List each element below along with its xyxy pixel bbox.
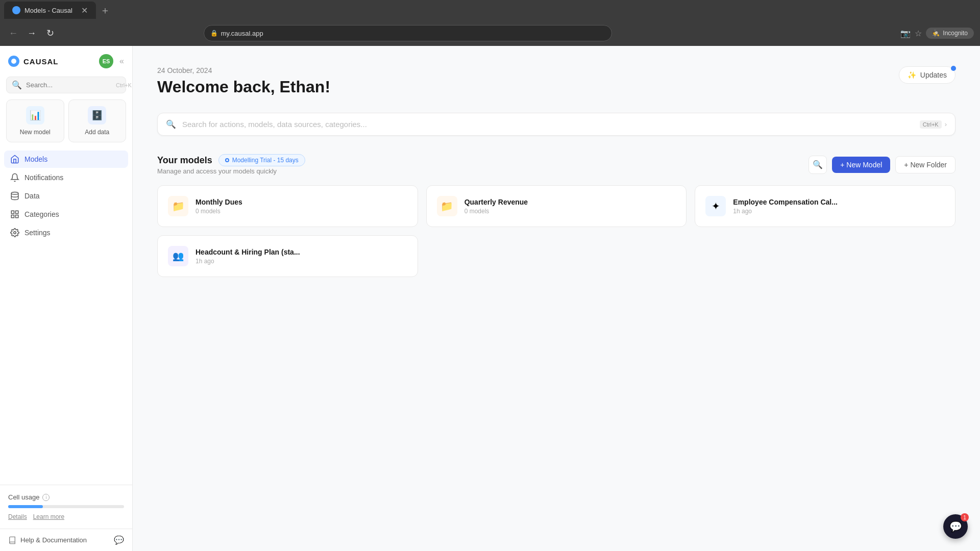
browser-nav: ← → ↻ 🔒 my.causal.app 📷 ☆ 🕵️ Incognito xyxy=(0,20,980,46)
chat-icon[interactable]: 💬 xyxy=(114,535,124,545)
tab-favicon xyxy=(12,6,20,14)
new-model-button[interactable]: + New Model xyxy=(832,157,890,173)
reload-button[interactable]: ↻ xyxy=(43,26,57,40)
new-folder-button[interactable]: + New Folder xyxy=(895,156,955,173)
sidebar-item-notifications[interactable]: Notifications xyxy=(4,169,128,186)
model-card-headcount[interactable]: 👥 Headcount & Hiring Plan (sta... 1h ago xyxy=(157,235,418,277)
monthly-dues-title: Monthly Dues xyxy=(195,198,407,206)
section-actions: 🔍 + New Model + New Folder xyxy=(808,156,955,174)
welcome-section: 24 October, 2024 Welcome back, Ethan! xyxy=(157,66,330,96)
cell-usage-label: Cell usage xyxy=(8,493,39,501)
model-card-quarterly-revenue[interactable]: 📁 Quarterly Revenue 0 models xyxy=(426,185,687,227)
sidebar-item-settings[interactable]: Settings xyxy=(4,224,128,241)
quarterly-revenue-title: Quarterly Revenue xyxy=(464,198,676,206)
chat-widget-icon: 💬 xyxy=(949,520,962,533)
browser-tabs: Models - Causal ✕ ＋ xyxy=(0,0,980,20)
tab-title: Models - Causal xyxy=(24,7,72,14)
help-label: Help & Documentation xyxy=(20,536,87,544)
address-bar[interactable]: 🔒 my.causal.app xyxy=(204,25,612,41)
quarterly-revenue-subtitle: 0 models xyxy=(464,208,676,215)
help-documentation-link[interactable]: Help & Documentation xyxy=(8,536,87,544)
employee-comp-subtitle: 1h ago xyxy=(733,208,945,215)
sidebar-header: CAUSAL ES « xyxy=(0,46,132,77)
star-icon: ✦ xyxy=(712,200,720,212)
headcount-info: Headcount & Hiring Plan (sta... 1h ago xyxy=(195,248,407,265)
search-hint: Ctrl+K › xyxy=(920,120,947,129)
main-search-input[interactable] xyxy=(182,120,914,129)
quarterly-revenue-info: Quarterly Revenue 0 models xyxy=(464,198,676,215)
section-subtitle: Manage and access your models quickly xyxy=(157,167,305,175)
quick-actions: 📊 New model 🗄️ Add data xyxy=(0,99,132,151)
active-tab[interactable]: Models - Causal ✕ xyxy=(4,2,96,19)
welcome-title: Welcome back, Ethan! xyxy=(157,78,330,96)
sidebar-nav: Models Notifications Data Categories Set… xyxy=(0,151,132,485)
bookmark-icon[interactable]: ☆ xyxy=(915,29,922,38)
sidebar-item-categories[interactable]: Categories xyxy=(4,206,128,223)
avatar[interactable]: ES xyxy=(99,54,113,68)
search-shortcut: Ctrl+K xyxy=(116,82,132,88)
brand-logo xyxy=(8,56,19,67)
employee-comp-title: Employee Compensation Cal... xyxy=(733,198,945,206)
search-bar[interactable]: 🔍 Ctrl+K xyxy=(6,77,126,93)
section-header: Your models Modelling Trial - 15 days Ma… xyxy=(157,154,955,175)
models-nav-label: Models xyxy=(24,155,47,163)
monthly-dues-icon: 📁 xyxy=(168,196,188,216)
search-kbd: Ctrl+K xyxy=(920,120,942,129)
chat-notification-badge: 1 xyxy=(961,513,969,521)
new-model-quick-action[interactable]: 📊 New model xyxy=(6,99,64,142)
updates-button[interactable]: ✨ Updates xyxy=(899,66,955,84)
search-input[interactable] xyxy=(26,81,112,89)
updates-label: Updates xyxy=(920,71,947,79)
model-card-employee-compensation[interactable]: ✦ Employee Compensation Cal... 1h ago xyxy=(695,185,955,227)
usage-bar xyxy=(8,505,124,508)
models-search-button[interactable]: 🔍 xyxy=(808,156,827,174)
quarterly-revenue-icon: 📁 xyxy=(437,196,457,216)
chat-widget[interactable]: 💬 1 xyxy=(943,514,968,539)
book-icon xyxy=(8,536,16,544)
new-model-label: New model xyxy=(20,129,51,136)
svg-rect-4 xyxy=(11,215,14,218)
incognito-icon: 🕵️ xyxy=(932,30,940,37)
sidebar-item-models[interactable]: Models xyxy=(4,151,128,168)
main-header: 24 October, 2024 Welcome back, Ethan! ✨ … xyxy=(157,66,955,96)
lock-icon: 🔒 xyxy=(210,30,218,37)
employee-comp-icon: ✦ xyxy=(705,196,726,216)
employee-comp-info: Employee Compensation Cal... 1h ago xyxy=(733,198,945,215)
incognito-button[interactable]: 🕵️ Incognito xyxy=(926,28,974,39)
section-title-group: Your models Modelling Trial - 15 days Ma… xyxy=(157,154,305,175)
settings-icon xyxy=(10,228,19,237)
svg-point-0 xyxy=(11,192,18,195)
svg-rect-3 xyxy=(16,215,18,218)
new-tab-button[interactable]: ＋ xyxy=(100,4,110,17)
main-search-bar[interactable]: 🔍 Ctrl+K › xyxy=(157,113,955,136)
main-content: 24 October, 2024 Welcome back, Ethan! ✨ … xyxy=(133,46,980,551)
search-icon: 🔍 xyxy=(12,80,22,90)
footer-links: Details Learn more xyxy=(8,513,124,520)
info-icon[interactable]: i xyxy=(42,494,50,501)
browser-chrome: Models - Causal ✕ ＋ ← → ↻ 🔒 my.causal.ap… xyxy=(0,0,980,46)
brand-name: CAUSAL xyxy=(23,57,59,66)
brand: CAUSAL xyxy=(8,56,59,67)
back-button[interactable]: ← xyxy=(6,26,20,40)
model-card-monthly-dues[interactable]: 📁 Monthly Dues 0 models xyxy=(157,185,418,227)
details-link[interactable]: Details xyxy=(8,513,27,520)
section-title: Your models xyxy=(157,155,212,166)
brand-logo-inner xyxy=(11,59,16,64)
forward-button[interactable]: → xyxy=(24,26,39,40)
person-icon: 👥 xyxy=(173,251,184,262)
tab-close-button[interactable]: ✕ xyxy=(81,6,88,15)
learn-more-link[interactable]: Learn more xyxy=(33,513,64,520)
cell-usage-header: Cell usage i xyxy=(8,493,124,501)
folder-icon: 📁 xyxy=(172,200,185,212)
home-icon xyxy=(10,155,19,164)
sidebar-footer: Cell usage i Details Learn more xyxy=(0,485,132,529)
collapse-sidebar-button[interactable]: « xyxy=(119,57,124,66)
settings-nav-label: Settings xyxy=(24,229,51,237)
camera-icon[interactable]: 📷 xyxy=(900,29,911,38)
monthly-dues-info: Monthly Dues 0 models xyxy=(195,198,407,215)
svg-rect-1 xyxy=(11,211,14,213)
folder-icon: 📁 xyxy=(440,200,453,212)
add-data-quick-action[interactable]: 🗄️ Add data xyxy=(68,99,127,142)
add-data-icon: 🗄️ xyxy=(88,106,106,124)
sidebar-item-data[interactable]: Data xyxy=(4,187,128,205)
